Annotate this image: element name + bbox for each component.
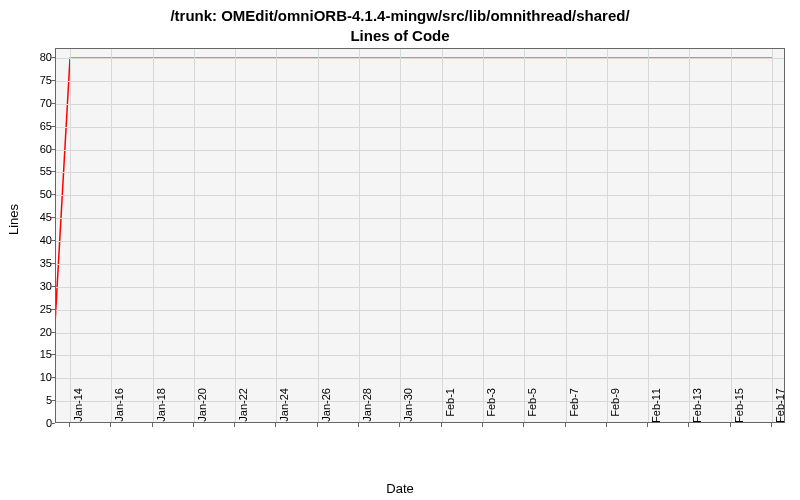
y-tick-label: 5 [22, 395, 52, 406]
x-tick-mark [523, 423, 524, 427]
y-tick-label: 10 [22, 372, 52, 383]
grid-line-v [70, 49, 71, 422]
y-tick-mark [51, 149, 55, 150]
grid-line-h [56, 378, 784, 379]
y-tick-mark [51, 332, 55, 333]
title-line1: /trunk: OMEdit/omniORB-4.1.4-mingw/src/l… [170, 7, 629, 24]
y-tick-label: 60 [22, 143, 52, 154]
y-tick-label: 15 [22, 349, 52, 360]
x-tick-label: 30-Jan [403, 388, 414, 428]
grid-line-h [56, 150, 784, 151]
x-tick-mark [771, 423, 772, 427]
grid-line-v [607, 49, 608, 422]
grid-line-v [400, 49, 401, 422]
y-tick-mark [51, 354, 55, 355]
grid-line-v [524, 49, 525, 422]
grid-line-h [56, 241, 784, 242]
x-tick-label: 22-Jan [238, 388, 249, 428]
x-tick-mark [565, 423, 566, 427]
grid-line-v [359, 49, 360, 422]
y-tick-label: 40 [22, 235, 52, 246]
chart-title: /trunk: OMEdit/omniORB-4.1.4-mingw/src/l… [0, 0, 800, 45]
grid-line-v [235, 49, 236, 422]
y-tick-mark [51, 286, 55, 287]
y-tick-mark [51, 400, 55, 401]
x-tick-label: 14-Jan [73, 388, 84, 428]
x-tick-mark [234, 423, 235, 427]
y-tick-label: 35 [22, 257, 52, 268]
y-tick-label: 70 [22, 97, 52, 108]
grid-line-h [56, 172, 784, 173]
y-tick-label: 55 [22, 166, 52, 177]
grid-line-v [276, 49, 277, 422]
plot-area [55, 48, 785, 423]
grid-line-h [56, 81, 784, 82]
grid-line-h [56, 355, 784, 356]
y-tick-mark [51, 103, 55, 104]
y-tick-label: 20 [22, 326, 52, 337]
y-tick-mark [51, 171, 55, 172]
grid-line-v [483, 49, 484, 422]
grid-line-h [56, 287, 784, 288]
y-tick-mark [51, 194, 55, 195]
x-tick-mark [399, 423, 400, 427]
y-axis-label: Lines [6, 204, 21, 235]
x-tick-label: 7-Feb [569, 388, 580, 428]
grid-line-v [318, 49, 319, 422]
grid-line-v [731, 49, 732, 422]
x-axis-label: Date [0, 481, 800, 496]
grid-line-h [56, 264, 784, 265]
x-tick-label: 20-Jan [197, 388, 208, 428]
y-tick-label: 65 [22, 120, 52, 131]
y-tick-label: 50 [22, 189, 52, 200]
grid-line-v [689, 49, 690, 422]
y-tick-label: 25 [22, 303, 52, 314]
grid-line-h [56, 58, 784, 59]
x-tick-mark [441, 423, 442, 427]
chart-container: /trunk: OMEdit/omniORB-4.1.4-mingw/src/l… [0, 0, 800, 500]
y-tick-mark [51, 309, 55, 310]
x-tick-mark [730, 423, 731, 427]
grid-line-v [111, 49, 112, 422]
y-tick-label: 75 [22, 75, 52, 86]
x-tick-label: 16-Jan [114, 388, 125, 428]
x-tick-label: 13-Feb [692, 388, 703, 428]
x-tick-mark [482, 423, 483, 427]
x-tick-label: 28-Jan [362, 388, 373, 428]
x-tick-label: 11-Feb [651, 388, 662, 428]
y-tick-label: 30 [22, 280, 52, 291]
x-tick-label: 17-Feb [775, 388, 786, 428]
grid-line-h [56, 195, 784, 196]
data-line [56, 49, 786, 424]
grid-line-v [566, 49, 567, 422]
y-tick-mark [51, 217, 55, 218]
grid-line-h [56, 333, 784, 334]
x-tick-mark [647, 423, 648, 427]
x-tick-mark [317, 423, 318, 427]
x-tick-label: 24-Jan [279, 388, 290, 428]
x-tick-mark [358, 423, 359, 427]
grid-line-v [648, 49, 649, 422]
x-tick-label: 26-Jan [321, 388, 332, 428]
grid-line-h [56, 310, 784, 311]
x-tick-mark [688, 423, 689, 427]
x-tick-label: 1-Feb [445, 388, 456, 428]
y-tick-mark [51, 80, 55, 81]
y-tick-label: 0 [22, 418, 52, 429]
y-tick-mark [51, 240, 55, 241]
grid-line-h [56, 127, 784, 128]
x-tick-label: 3-Feb [486, 388, 497, 428]
x-tick-mark [110, 423, 111, 427]
grid-line-v [194, 49, 195, 422]
x-tick-label: 15-Feb [734, 388, 745, 428]
grid-line-v [772, 49, 773, 422]
y-tick-mark [51, 126, 55, 127]
x-tick-label: 9-Feb [610, 388, 621, 428]
x-tick-mark [152, 423, 153, 427]
y-tick-mark [51, 423, 55, 424]
y-tick-label: 45 [22, 212, 52, 223]
grid-line-v [442, 49, 443, 422]
x-tick-mark [193, 423, 194, 427]
x-tick-mark [69, 423, 70, 427]
grid-line-h [56, 104, 784, 105]
